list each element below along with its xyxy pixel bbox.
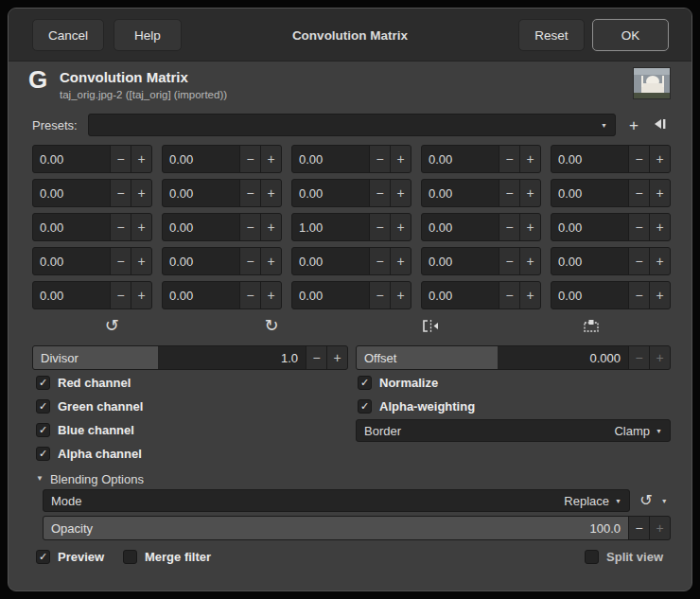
matrix-decrease-button[interactable]: −	[239, 180, 260, 206]
blue-channel-checkbox[interactable]: ✓ Blue channel	[36, 422, 134, 438]
rotate-right-button[interactable]: ↻	[192, 313, 352, 338]
rotate-left-button[interactable]: ↺	[32, 313, 192, 338]
split-view-checkbox[interactable]: ✓ Split view	[585, 549, 663, 565]
matrix-increase-button[interactable]: +	[131, 146, 151, 172]
matrix-value-input[interactable]	[33, 248, 110, 274]
matrix-decrease-button[interactable]: −	[499, 146, 519, 172]
matrix-decrease-button[interactable]: −	[239, 248, 260, 274]
offset-slider-track[interactable]: Offset 0.000	[357, 346, 628, 369]
matrix-decrease-button[interactable]: −	[628, 214, 649, 240]
matrix-value-input[interactable]	[33, 282, 110, 308]
matrix-decrease-button[interactable]: −	[110, 214, 131, 240]
matrix-decrease-button[interactable]: −	[369, 180, 390, 206]
ok-button[interactable]: OK	[592, 19, 669, 51]
matrix-value-input[interactable]	[33, 180, 110, 206]
matrix-increase-button[interactable]: +	[260, 180, 281, 206]
matrix-increase-button[interactable]: +	[131, 180, 151, 206]
matrix-increase-button[interactable]: +	[131, 282, 151, 308]
matrix-value-input[interactable]	[292, 248, 369, 274]
matrix-increase-button[interactable]: +	[390, 214, 411, 240]
matrix-increase-button[interactable]: +	[390, 248, 411, 274]
matrix-increase-button[interactable]: +	[649, 214, 670, 240]
matrix-increase-button[interactable]: +	[260, 248, 281, 274]
matrix-increase-button[interactable]: +	[519, 180, 540, 206]
matrix-decrease-button[interactable]: −	[110, 282, 131, 308]
matrix-value-input[interactable]	[292, 146, 369, 172]
mirror-vertical-button[interactable]	[511, 313, 671, 338]
merge-filter-checkbox[interactable]: ✓ Merge filter	[123, 549, 211, 565]
matrix-value-input[interactable]	[551, 248, 628, 274]
matrix-increase-button[interactable]: +	[649, 282, 670, 308]
divisor-decrease-button[interactable]: −	[306, 346, 326, 369]
matrix-increase-button[interactable]: +	[649, 248, 670, 274]
blending-options-expander[interactable]: ▼ Blending Options	[36, 471, 144, 486]
red-channel-checkbox[interactable]: ✓ Red channel	[36, 375, 131, 391]
opacity-slider-track[interactable]: Opacity 100.0	[44, 517, 628, 539]
offset-increase-button[interactable]: +	[649, 346, 670, 369]
matrix-decrease-button[interactable]: −	[499, 282, 519, 308]
alpha-weighting-checkbox[interactable]: ✓ Alpha-weighting	[358, 398, 475, 414]
green-channel-checkbox[interactable]: ✓ Green channel	[36, 398, 143, 414]
matrix-decrease-button[interactable]: −	[110, 248, 131, 274]
matrix-decrease-button[interactable]: −	[628, 146, 649, 172]
matrix-increase-button[interactable]: +	[131, 248, 151, 274]
matrix-value-input[interactable]	[33, 146, 110, 172]
matrix-increase-button[interactable]: +	[519, 146, 540, 172]
matrix-decrease-button[interactable]: −	[369, 248, 390, 274]
matrix-decrease-button[interactable]: −	[628, 282, 649, 308]
opacity-increase-button[interactable]: +	[649, 517, 670, 539]
matrix-increase-button[interactable]: +	[390, 282, 411, 308]
matrix-decrease-button[interactable]: −	[110, 180, 131, 206]
matrix-value-input[interactable]	[422, 248, 499, 274]
offset-slider[interactable]: Offset 0.000 − +	[356, 345, 671, 370]
matrix-decrease-button[interactable]: −	[369, 214, 390, 240]
matrix-value-input[interactable]	[292, 180, 369, 206]
matrix-value-input[interactable]	[551, 146, 628, 172]
matrix-decrease-button[interactable]: −	[369, 282, 390, 308]
matrix-value-input[interactable]	[422, 180, 499, 206]
matrix-increase-button[interactable]: +	[260, 214, 281, 240]
matrix-increase-button[interactable]: +	[390, 180, 411, 206]
mode-reset-button[interactable]: ↺ ▼	[636, 489, 672, 512]
matrix-decrease-button[interactable]: −	[499, 214, 519, 240]
normalize-checkbox[interactable]: ✓ Normalize	[358, 375, 438, 391]
matrix-increase-button[interactable]: +	[649, 146, 670, 172]
matrix-decrease-button[interactable]: −	[239, 146, 260, 172]
titlebar[interactable]: Convolution Matrix Cancel Help Reset OK	[9, 9, 691, 62]
matrix-value-input[interactable]	[292, 282, 369, 308]
offset-decrease-button[interactable]: −	[628, 346, 649, 369]
add-preset-button[interactable]: +	[623, 115, 644, 135]
matrix-value-input[interactable]	[422, 146, 499, 172]
matrix-increase-button[interactable]: +	[519, 214, 540, 240]
cancel-button[interactable]: Cancel	[32, 19, 104, 51]
matrix-increase-button[interactable]: +	[519, 282, 540, 308]
matrix-decrease-button[interactable]: −	[239, 214, 260, 240]
matrix-decrease-button[interactable]: −	[499, 180, 519, 206]
reset-button[interactable]: Reset	[518, 19, 585, 51]
divisor-increase-button[interactable]: +	[326, 346, 347, 369]
matrix-decrease-button[interactable]: −	[499, 248, 519, 274]
matrix-value-input[interactable]	[163, 282, 239, 308]
presets-dropdown[interactable]: ▼	[88, 114, 616, 136]
matrix-decrease-button[interactable]: −	[110, 146, 131, 172]
matrix-value-input[interactable]	[163, 248, 239, 274]
border-select[interactable]: Border Clamp ▼	[356, 419, 671, 442]
matrix-value-input[interactable]	[33, 214, 110, 240]
help-button[interactable]: Help	[114, 19, 182, 51]
matrix-decrease-button[interactable]: −	[628, 180, 649, 206]
matrix-increase-button[interactable]: +	[260, 146, 281, 172]
matrix-value-input[interactable]	[551, 180, 628, 206]
matrix-value-input[interactable]	[551, 282, 628, 308]
matrix-value-input[interactable]	[163, 214, 239, 240]
mirror-horizontal-button[interactable]	[352, 313, 512, 338]
mode-select[interactable]: Mode Replace ▼	[43, 489, 630, 512]
opacity-slider[interactable]: Opacity 100.0 − +	[43, 516, 671, 540]
matrix-value-input[interactable]	[422, 214, 499, 240]
matrix-decrease-button[interactable]: −	[369, 146, 390, 172]
matrix-value-input[interactable]	[551, 214, 628, 240]
matrix-value-input[interactable]	[422, 282, 499, 308]
matrix-increase-button[interactable]: +	[519, 248, 540, 274]
preview-checkbox[interactable]: ✓ Preview	[36, 549, 104, 565]
matrix-value-input[interactable]	[163, 180, 239, 206]
matrix-increase-button[interactable]: +	[649, 180, 670, 206]
